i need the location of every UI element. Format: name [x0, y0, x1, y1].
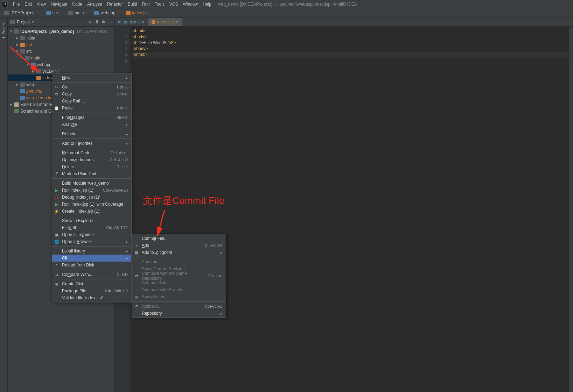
menu-code[interactable]: Code [70, 2, 85, 7]
run-coverage-icon: ▶ [54, 202, 59, 207]
close-icon[interactable]: × [176, 20, 178, 24]
breadcrumb-main[interactable]: main〉 [67, 10, 92, 16]
locate-icon[interactable]: ⊙ [89, 20, 92, 24]
git-compare-repo: ⇄Compare with the Same Repository Versio… [132, 272, 226, 279]
window-title: web_demo [D:\IDEAProjects] - ...\src\mai… [218, 2, 357, 7]
ctx-copy-path[interactable]: Copy Path... [52, 98, 131, 105]
close-icon[interactable]: × [142, 20, 144, 24]
compare-icon: ⇄ [134, 273, 139, 278]
ctx-cut[interactable]: ✂CutCtrl+X [52, 84, 131, 91]
menu-analyze[interactable]: Analyze [85, 2, 105, 7]
ctx-optimize[interactable]: Optimize ImportsCtrl+Alt+O [52, 156, 131, 163]
folder-icon [25, 56, 30, 60]
ctx-compare[interactable]: ⇄Compare With...Ctrl+D [52, 271, 131, 278]
ctx-analyze[interactable]: Analyze▸ [52, 121, 131, 128]
menu-window[interactable]: Window [180, 2, 200, 7]
menu-tools[interactable]: Tools [152, 2, 167, 7]
git-show-history: ◷Show History [132, 293, 226, 300]
lightning-icon: ⚡ [54, 209, 59, 214]
menu-vcs[interactable]: VCS [167, 2, 181, 7]
github-icon: ◉ [54, 281, 59, 286]
breadcrumb-root[interactable]: IDEAProjects〉 [3, 10, 44, 16]
ctx-find-usages[interactable]: Find UsagesAlt+F7 [52, 114, 131, 121]
git-rollback: ↶Rollback...Ctrl+Alt+Z [132, 303, 226, 310]
ctx-refactor[interactable]: Refactor▸ [52, 130, 131, 137]
git-repository[interactable]: Repository▸ [132, 310, 226, 317]
menu-refactor[interactable]: Refactor [105, 2, 125, 7]
xml-file-icon [20, 89, 25, 93]
settings-icon[interactable]: ✲ [102, 20, 105, 24]
git-add[interactable]: ＋AddCtrl+Alt+A [132, 242, 226, 249]
breadcrumb-webapp[interactable]: webapp〉 [93, 10, 124, 16]
folder-icon [20, 49, 25, 54]
ctx-run[interactable]: ▶Run 'index.jsp (1)'Ctrl+Shift+F10 [52, 187, 131, 194]
ctx-reformat[interactable]: Reformat CodeCtrl+Alt+L [52, 149, 131, 156]
breadcrumb-src[interactable]: src〉 [44, 10, 66, 16]
ctx-coverage[interactable]: ▶Run 'index.jsp (1)' with Coverage [52, 201, 131, 208]
git-compare-with: Compare with... [132, 279, 226, 286]
tree-root[interactable]: ▼IDEAProjects[web_demo]D:\IDEAProjects [8, 28, 114, 35]
ctx-delete[interactable]: Delete...Delete [52, 163, 131, 170]
menu-edit[interactable]: Edit [22, 2, 34, 7]
folder-icon [20, 83, 25, 87]
clock-icon: ◷ [134, 294, 139, 299]
menu-file[interactable]: File [11, 2, 22, 7]
hide-icon[interactable]: — [108, 20, 112, 24]
tab-pom[interactable]: mpom.xml× [114, 18, 148, 26]
ctx-package[interactable]: Package FileCtrl+Shift+F9 [52, 287, 131, 294]
ctx-paste[interactable]: 📋PasteCtrl+V [52, 105, 131, 112]
dropdown-icon[interactable]: ▾ [32, 20, 34, 24]
ctx-show-explorer[interactable]: Show in Explorer [52, 217, 131, 224]
folder-icon [4, 11, 9, 15]
menu-build[interactable]: Build [125, 2, 140, 7]
menu-bar: IJ File Edit View Navigate Code Analyze … [0, 0, 573, 8]
ctx-local-history[interactable]: Local History▸ [52, 248, 131, 255]
ctx-favorites[interactable]: Add to Favorites▸ [52, 140, 131, 147]
tool-tab-project[interactable]: 1: Project [1, 20, 7, 41]
project-icon [10, 20, 15, 24]
file-icon [20, 96, 25, 100]
terminal-icon: ▣ [54, 232, 59, 237]
tree-idea[interactable]: ▶.idea [8, 35, 114, 41]
app-logo-icon: IJ [2, 1, 8, 7]
menu-view[interactable]: View [34, 2, 48, 7]
tab-index[interactable]: index.jsp× [148, 18, 182, 26]
ctx-terminal[interactable]: ▣Open in Terminal [52, 231, 131, 238]
git-commit-file[interactable]: Commit File... [132, 235, 226, 242]
collapse-icon[interactable]: ⇵ [95, 20, 99, 24]
ctx-file-path[interactable]: File PathCtrl+Alt+F12 [52, 224, 131, 231]
menu-navigate[interactable]: Navigate [48, 2, 70, 7]
paste-icon: 📋 [54, 106, 59, 111]
context-menu: New▸ ✂CutCtrl+X ⧉CopyCtrl+C Copy Path...… [52, 73, 132, 302]
code-editor[interactable]: <html> <body> <h2>Hello World!</h2> </bo… [130, 27, 569, 392]
ctx-debug[interactable]: 🐞Debug 'index.jsp (1)' [52, 194, 131, 201]
tree-webapp[interactable]: ▼webapp [8, 61, 114, 68]
tree-out[interactable]: ▶out [8, 41, 114, 48]
sidebar-header: Project ▾ ⊙ ⇵ ✲ — [8, 17, 114, 27]
ctx-reload[interactable]: ↻Reload from Disk [52, 262, 131, 269]
git-add-gitignore[interactable]: ▦Add to .gitignore▸ [132, 249, 226, 256]
ctx-new[interactable]: New▸ [52, 74, 131, 81]
tree-main[interactable]: ▼main [8, 55, 114, 61]
text-file-icon: 🖹 [54, 171, 59, 176]
menu-help[interactable]: Help [200, 2, 214, 7]
git-compare-branch: Compare with Branch... [132, 286, 226, 293]
ctx-build-module[interactable]: Build Module 'web_demo' [52, 180, 131, 187]
git-annotate: Annotate [132, 258, 226, 265]
ctx-browser[interactable]: 🌐Open in Browser▸ [52, 238, 131, 245]
ctx-git[interactable]: Git▸ [52, 255, 131, 262]
ctx-gist[interactable]: ◉Create Gist... [52, 280, 131, 287]
left-tool-gutter: 1: Project [0, 17, 8, 392]
compare-icon: ⇄ [54, 272, 59, 277]
ctx-create-run[interactable]: ⚡Create 'index.jsp (1)'... [52, 208, 131, 215]
ctx-copy[interactable]: ⧉CopyCtrl+C [52, 91, 131, 98]
breadcrumb-file[interactable]: index.jsp [124, 10, 150, 15]
breadcrumb: IDEAProjects〉 src〉 main〉 webapp〉 index.j… [0, 8, 573, 17]
tree-src[interactable]: ▼src [8, 48, 114, 55]
ctx-mark-plain[interactable]: 🖹Mark as Plain Text [52, 170, 131, 177]
menu-run[interactable]: Run [140, 2, 152, 7]
ctx-validate[interactable]: Validate file 'index.jsp' [52, 294, 131, 301]
libraries-icon [14, 102, 19, 107]
jsp-file-icon [152, 20, 155, 24]
folder-icon [20, 43, 25, 47]
